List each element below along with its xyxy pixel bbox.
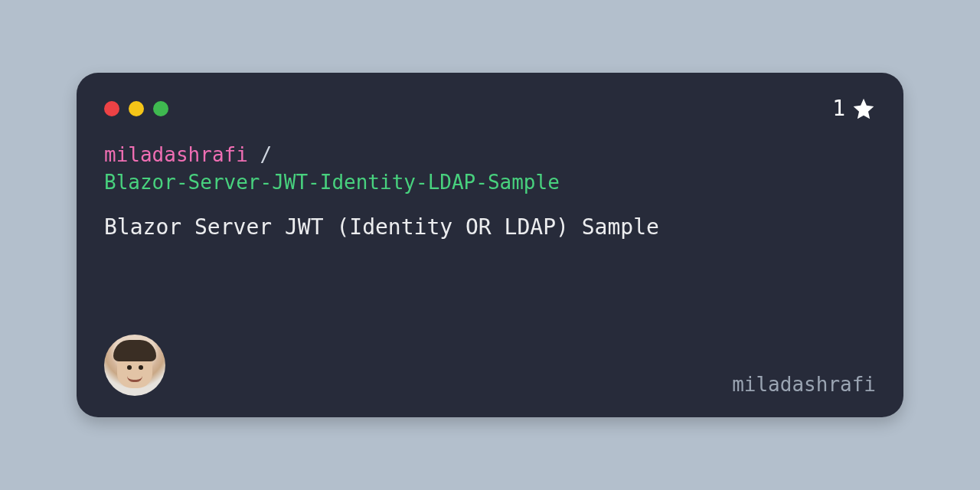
avatar[interactable]	[104, 335, 165, 396]
repo-owner-link[interactable]: miladashrafi	[104, 143, 248, 166]
repo-card: 1 miladashrafi / Blazor-Server-JWT-Ident…	[77, 73, 903, 417]
minimize-icon[interactable]	[129, 101, 144, 116]
close-icon[interactable]	[104, 101, 119, 116]
path-separator: /	[248, 143, 272, 166]
traffic-lights	[104, 101, 168, 116]
footer-username[interactable]: miladashrafi	[732, 373, 876, 396]
star-icon	[851, 96, 876, 121]
repo-name-link[interactable]: Blazor-Server-JWT-Identity-LDAP-Sample	[104, 168, 876, 196]
repo-description: Blazor Server JWT (Identity OR LDAP) Sam…	[104, 214, 876, 241]
repo-path: miladashrafi / Blazor-Server-JWT-Identit…	[104, 141, 876, 197]
maximize-icon[interactable]	[153, 101, 168, 116]
titlebar: 1	[104, 96, 876, 121]
star-count: 1	[832, 96, 845, 121]
star-block[interactable]: 1	[832, 96, 876, 121]
